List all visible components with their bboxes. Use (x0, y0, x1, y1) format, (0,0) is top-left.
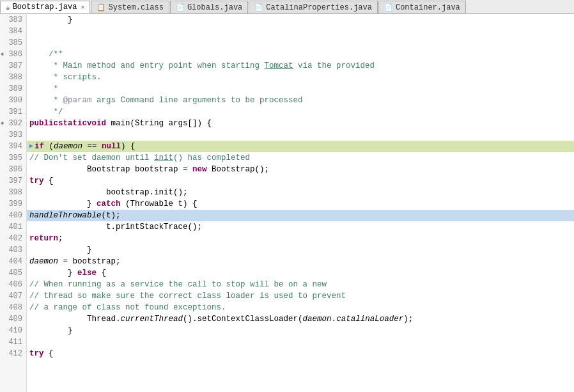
code-line-395[interactable]: // Don't set daemon until init() has com… (27, 152, 574, 164)
tab-container[interactable]: 📄 Container.java (378, 1, 466, 13)
line-number-385: 385 (0, 37, 26, 49)
line-number-388: 388 (0, 72, 26, 83)
line-number-399: 399 (0, 198, 26, 210)
line-number-392: ◆392 (0, 118, 26, 129)
exec-arrow-394: ▶ (29, 141, 33, 152)
line-num-text-394: 394 (8, 141, 22, 152)
line-number-404: 404 (0, 256, 26, 267)
line-number-412: 412 (0, 348, 26, 359)
line-number-409: 409 (0, 313, 26, 325)
line-number-383: 383 (0, 14, 26, 26)
line-num-text-386: 386 (8, 49, 22, 60)
code-line-387[interactable]: * Main method and entry point when start… (27, 60, 574, 72)
line-num-text-387: 387 (8, 60, 22, 72)
code-line-389[interactable]: * (27, 83, 574, 95)
tab-system[interactable]: 📋 System.class (91, 1, 169, 13)
code-line-412[interactable]: try { (27, 348, 574, 359)
line-number-395: 395 (0, 152, 26, 164)
code-area: 383384385◆386387388389390391◆39239339439… (0, 14, 574, 392)
code-line-407[interactable]: // thread so make sure the correct class… (27, 290, 574, 302)
tab-bootstrap-close[interactable]: ✕ (81, 3, 84, 11)
code-line-383[interactable]: } (27, 14, 574, 26)
editor-window: ☕ Bootstrap.java ✕ 📋 System.class 📄 Glob… (0, 0, 574, 392)
line-num-text-408: 408 (8, 302, 22, 313)
line-number-407: 407 (0, 290, 26, 302)
code-line-384[interactable] (27, 26, 574, 37)
code-line-394[interactable]: ▶ if (daemon == null) { (27, 141, 574, 152)
line-num-text-403: 403 (8, 244, 22, 256)
code-editor: 383384385◆386387388389390391◆39239339439… (0, 14, 574, 392)
java-file-icon-3: 📄 (254, 3, 263, 12)
code-line-411[interactable] (27, 336, 574, 348)
line-num-text-401: 401 (8, 221, 22, 233)
line-number-397: 397 (0, 175, 26, 187)
code-line-410[interactable]: } (27, 325, 574, 336)
code-line-406[interactable]: // When running as a service the call to… (27, 279, 574, 290)
line-num-text-396: 396 (8, 164, 22, 175)
line-number-401: 401 (0, 221, 26, 233)
code-line-402[interactable]: return; (27, 233, 574, 244)
code-line-391[interactable]: */ (27, 106, 574, 118)
line-num-text-391: 391 (8, 106, 22, 118)
code-line-386[interactable]: /** (27, 49, 574, 60)
line-num-text-397: 397 (8, 175, 22, 187)
class-file-icon: 📋 (97, 3, 105, 12)
code-line-405[interactable]: } else { (27, 267, 574, 279)
line-number-387: 387 (0, 60, 26, 72)
tab-globals[interactable]: 📄 Globals.java (170, 1, 248, 13)
line-number-408: 408 (0, 302, 26, 313)
line-num-text-390: 390 (8, 95, 22, 106)
code-line-388[interactable]: * scripts. (27, 72, 574, 83)
line-number-386: ◆386 (0, 49, 26, 60)
tab-catalina-label: CatalinaProperties.java (266, 3, 372, 12)
code-line-390[interactable]: * @param args Command line arguments to … (27, 95, 574, 106)
java-file-icon: ☕ (6, 3, 10, 12)
code-line-401[interactable]: t.printStackTrace(); (27, 221, 574, 233)
tab-container-label: Container.java (396, 3, 460, 12)
code-line-403[interactable]: } (27, 244, 574, 256)
code-line-409[interactable]: Thread.currentThread().setContextClassLo… (27, 313, 574, 325)
line-num-text-407: 407 (8, 290, 22, 302)
line-num-text-385: 385 (8, 37, 22, 49)
code-content[interactable]: } /** * Main method and entry point when… (27, 14, 574, 392)
line-number-402: 402 (0, 233, 26, 244)
line-num-text-409: 409 (8, 313, 22, 325)
collapse-icon-392[interactable]: ◆ (1, 118, 4, 129)
line-num-text-402: 402 (8, 233, 22, 244)
code-line-393[interactable] (27, 129, 574, 141)
line-num-text-404: 404 (8, 256, 22, 267)
code-line-396[interactable]: Bootstrap bootstrap = new Bootstrap(); (27, 164, 574, 175)
line-num-text-411: 411 (8, 336, 22, 348)
code-line-397[interactable]: try { (27, 175, 574, 187)
collapse-icon-386[interactable]: ◆ (1, 49, 4, 60)
code-line-408[interactable]: // a range of class not found exceptions… (27, 302, 574, 313)
line-num-text-398: 398 (8, 187, 22, 198)
code-line-400[interactable]: handleThrowable(t); (27, 210, 574, 221)
code-line-385[interactable] (27, 37, 574, 49)
line-num-text-406: 406 (8, 279, 22, 290)
tab-bootstrap-label: Bootstrap.java (13, 3, 77, 12)
line-num-text-392: 392 (8, 118, 22, 129)
tab-bootstrap[interactable]: ☕ Bootstrap.java ✕ (0, 1, 90, 13)
java-file-icon-2: 📄 (176, 3, 185, 12)
line-number-403: 403 (0, 244, 26, 256)
line-number-396: 396 (0, 164, 26, 175)
line-num-text-389: 389 (8, 83, 22, 95)
code-line-392[interactable]: public static void main(String args[]) { (27, 118, 574, 129)
code-line-404[interactable]: daemon = bootstrap; (27, 256, 574, 267)
line-num-text-410: 410 (8, 325, 22, 336)
code-line-398[interactable]: bootstrap.init(); (27, 187, 574, 198)
line-num-text-393: 393 (8, 129, 22, 141)
line-number-405: 405 (0, 267, 26, 279)
tab-catalina[interactable]: 📄 CatalinaProperties.java (249, 1, 378, 13)
line-num-text-395: 395 (8, 152, 22, 164)
line-number-411: 411 (0, 336, 26, 348)
line-number-390: 390 (0, 95, 26, 106)
line-num-text-400: 400 (8, 210, 22, 221)
line-number-389: 389 (0, 83, 26, 95)
code-line-399[interactable]: } catch (Throwable t) { (27, 198, 574, 210)
line-number-393: 393 (0, 129, 26, 141)
java-file-icon-4: 📄 (384, 3, 393, 12)
line-num-text-383: 383 (8, 14, 22, 26)
line-number-398: 398 (0, 187, 26, 198)
